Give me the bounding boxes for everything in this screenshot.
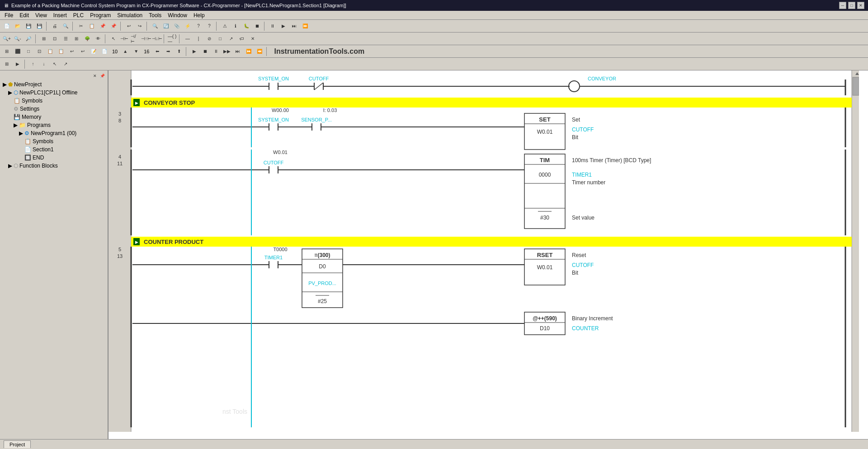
- menu-window[interactable]: Window: [165, 12, 190, 19]
- paste-btn[interactable]: 📌: [98, 21, 108, 31]
- debug-btn[interactable]: 🐛: [241, 21, 251, 31]
- sidebar-item-settings[interactable]: ⚙ Settings: [13, 105, 106, 113]
- title-bar-controls[interactable]: ─ □ ✕: [839, 2, 864, 9]
- diagram-svg-container[interactable]: SYSTEM_ON CUTOFF: [108, 70, 868, 439]
- box-btn[interactable]: □: [215, 34, 225, 44]
- grid2-btn[interactable]: ⊡: [50, 34, 60, 44]
- t4-btn2[interactable]: ▶: [13, 59, 23, 69]
- print-btn[interactable]: 🖨: [50, 21, 60, 31]
- t3-btn8[interactable]: ↩: [78, 47, 88, 56]
- t3-btn4[interactable]: ⊡: [34, 47, 44, 56]
- sidebar-item-memory[interactable]: 💾 Memory: [13, 113, 106, 121]
- undo-btn[interactable]: ↩: [124, 21, 134, 31]
- menu-program[interactable]: Program: [87, 12, 113, 19]
- t4-btn1[interactable]: ⊞: [2, 59, 12, 69]
- sidebar-item-section1[interactable]: 📄 Section1: [24, 145, 106, 154]
- zoom-out-btn[interactable]: 🔍-: [13, 34, 23, 44]
- zoom-fit-btn[interactable]: 🔎: [24, 34, 33, 44]
- copy-btn[interactable]: 📋: [87, 21, 97, 31]
- menu-insert[interactable]: Insert: [51, 12, 70, 19]
- help2-btn[interactable]: ?: [204, 21, 214, 31]
- t3-btn1[interactable]: ⊞: [2, 47, 12, 56]
- find-btn[interactable]: 🔍: [150, 21, 160, 31]
- t3-btn3[interactable]: □: [24, 47, 33, 56]
- sidebar-item-fb[interactable]: ▶ ⬡ Function Blocks: [7, 162, 106, 170]
- grid-btn[interactable]: ⊞: [39, 34, 49, 44]
- t4-arr-rt[interactable]: ↗: [61, 59, 71, 69]
- contact-nc-btn[interactable]: ⊣/⊢: [130, 34, 140, 44]
- sidebar-item-plc[interactable]: ▶ ⬡ NewPLC1[CP1L] Offline: [7, 89, 106, 97]
- close-button[interactable]: ✕: [857, 2, 864, 9]
- new-btn[interactable]: 📄: [2, 21, 12, 31]
- diag-btn[interactable]: ⊘: [204, 34, 214, 44]
- step2-btn[interactable]: ⏩: [300, 21, 310, 31]
- save-btn[interactable]: 💾: [24, 21, 33, 31]
- t3-btn7[interactable]: ↩: [67, 47, 77, 56]
- t3-btn20[interactable]: ⏭: [233, 47, 243, 56]
- menu-file[interactable]: File: [2, 12, 16, 19]
- step-btn[interactable]: ⏭: [289, 21, 299, 31]
- t3-btn2[interactable]: ⬛: [13, 47, 23, 56]
- sidebar-item-programs[interactable]: ▶ 📁 Programs: [13, 121, 106, 129]
- save-all-btn[interactable]: 💾: [34, 21, 44, 31]
- t3-btn16[interactable]: ▶: [189, 47, 199, 56]
- coil-btn[interactable]: —( )—: [167, 34, 177, 44]
- run-btn[interactable]: ▶: [278, 21, 288, 31]
- contact-n-btn[interactable]: ⊣↓⊢: [152, 34, 162, 44]
- t3-btn13[interactable]: ⬅: [152, 47, 162, 56]
- redo-btn[interactable]: ↪: [135, 21, 145, 31]
- t3-btn12[interactable]: ▼: [131, 47, 141, 56]
- t3-btn19[interactable]: ▶▶: [222, 47, 232, 56]
- pause-btn[interactable]: ⏸: [268, 21, 278, 31]
- del-btn[interactable]: ✕: [248, 34, 258, 44]
- t3-btn5[interactable]: 📋: [45, 47, 55, 56]
- sidebar-close-btn[interactable]: ✕: [91, 72, 99, 80]
- contact-p-btn[interactable]: ⊣↑⊢: [141, 34, 151, 44]
- menu-view[interactable]: View: [33, 12, 50, 19]
- t3-btn17[interactable]: ⏹: [200, 47, 210, 56]
- view-btn[interactable]: 👁: [93, 34, 103, 44]
- t3-btn21[interactable]: ⏩: [244, 47, 254, 56]
- menu-plc[interactable]: PLC: [71, 12, 86, 19]
- t4-arr-up[interactable]: ↑: [28, 59, 38, 69]
- minimize-button[interactable]: ─: [839, 2, 846, 9]
- t3-btn14[interactable]: ➡: [163, 47, 173, 56]
- jump-btn[interactable]: ↗: [226, 34, 236, 44]
- sidebar-item-end[interactable]: 🔲 END: [24, 154, 106, 162]
- t3-btn15[interactable]: ⬆: [174, 47, 184, 56]
- zoom-in-btn[interactable]: 🔍+: [2, 34, 12, 44]
- sidebar-item-symbols2[interactable]: 📋 Symbols: [24, 137, 106, 145]
- list-btn[interactable]: ☰: [61, 34, 71, 44]
- hline-btn[interactable]: —: [183, 34, 193, 44]
- cut-btn[interactable]: ✂: [76, 21, 86, 31]
- vline-btn[interactable]: |: [193, 34, 203, 44]
- t3-btn18[interactable]: ⏸: [211, 47, 221, 56]
- io-btn[interactable]: ⚡: [183, 21, 193, 31]
- open-btn[interactable]: 📂: [13, 21, 23, 31]
- t3-btn6[interactable]: 📋: [56, 47, 66, 56]
- help-btn[interactable]: ?: [193, 21, 203, 31]
- warn-btn[interactable]: ⚠: [220, 21, 230, 31]
- t3-btn22[interactable]: ⏪: [255, 47, 264, 56]
- t3-btn11[interactable]: ▲: [120, 47, 130, 56]
- replace-btn[interactable]: 🔄: [161, 21, 171, 31]
- tree-btn[interactable]: 🌳: [82, 34, 92, 44]
- t4-arr-dn[interactable]: ↓: [39, 59, 49, 69]
- sidebar-item-symbols[interactable]: 📋 Symbols: [13, 97, 106, 105]
- info-btn[interactable]: ℹ: [231, 21, 241, 31]
- maximize-button[interactable]: □: [848, 2, 855, 9]
- contact-no-btn[interactable]: ⊣⊢: [119, 34, 129, 44]
- paste2-btn[interactable]: 📌: [108, 21, 118, 31]
- ref-btn[interactable]: 📎: [172, 21, 182, 31]
- table-btn[interactable]: ⊞: [71, 34, 81, 44]
- t3-btn9[interactable]: 📝: [89, 47, 99, 56]
- t4-arr-lt[interactable]: ↖: [50, 59, 60, 69]
- sidebar-item-newproject[interactable]: ▶ ⬟ NewProject: [2, 80, 106, 89]
- sidebar-item-newprogram1[interactable]: ▶ ⚙ NewProgram1 (00): [18, 129, 106, 137]
- label-btn[interactable]: 🏷: [237, 34, 247, 44]
- menu-edit[interactable]: Edit: [17, 12, 32, 19]
- stop-btn[interactable]: ⏹: [252, 21, 262, 31]
- project-tab[interactable]: Project: [4, 440, 31, 448]
- t3-btn10[interactable]: 📄: [99, 47, 109, 56]
- menu-tools[interactable]: Tools: [146, 12, 164, 19]
